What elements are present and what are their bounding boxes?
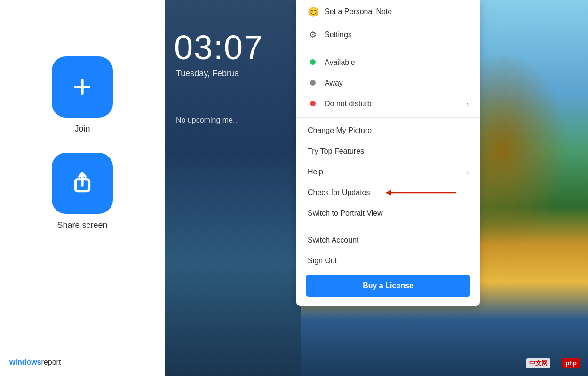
dnd-label: Do not disturb <box>325 100 466 108</box>
clock-time: 03:07 <box>174 28 263 67</box>
personal-note-label: Set a Personal Note <box>325 8 469 16</box>
menu-item-switch-account[interactable]: Switch Account <box>296 230 480 251</box>
menu-item-check-updates[interactable]: Check for Updates <box>296 182 480 203</box>
settings-icon: ⚙ <box>308 30 318 40</box>
share-button[interactable] <box>52 153 113 214</box>
away-icon <box>308 79 318 87</box>
menu-item-portrait-view[interactable]: Switch to Portrait View <box>296 203 480 224</box>
menu-item-top-features[interactable]: Try Top Features <box>296 141 480 162</box>
no-meetings-text: No upcoming me... <box>176 116 239 125</box>
menu-item-away[interactable]: Away <box>296 73 480 94</box>
away-label: Away <box>325 79 469 87</box>
join-button[interactable] <box>52 56 113 118</box>
switch-account-label: Switch Account <box>308 236 469 244</box>
divider-3 <box>296 227 480 227</box>
personal-note-icon: 😊 <box>308 6 318 17</box>
menu-item-personal-note[interactable]: 😊 Set a Personal Note <box>296 0 480 24</box>
share-wrapper: Share screen <box>52 153 113 230</box>
available-label: Available <box>325 58 469 67</box>
top-features-label: Try Top Features <box>308 147 469 156</box>
portrait-view-label: Switch to Portrait View <box>308 209 469 218</box>
dnd-chevron: › <box>466 100 469 108</box>
buy-license-button[interactable]: Buy a License <box>306 275 470 297</box>
help-chevron: › <box>466 168 469 176</box>
red-arrow-annotation <box>381 186 475 200</box>
left-panel: Join Share screen <box>0 0 165 376</box>
report-text: report <box>41 358 61 366</box>
divider-2 <box>296 117 480 118</box>
sign-out-label: Sign Out <box>308 257 469 265</box>
change-picture-label: Change My Picture <box>308 126 469 135</box>
menu-item-sign-out[interactable]: Sign Out <box>296 251 480 271</box>
menu-item-change-picture[interactable]: Change My Picture <box>296 120 480 141</box>
php-badge: php <box>562 358 580 368</box>
center-panel: 03:07 Tuesday, Februa No upcoming me... <box>165 0 301 376</box>
menu-item-dnd[interactable]: Do not disturb › <box>296 94 480 114</box>
settings-label: Settings <box>325 31 469 39</box>
dropdown-menu: 😊 Set a Personal Note ⚙ Settings Availab… <box>296 0 480 306</box>
dnd-icon <box>308 100 318 108</box>
join-wrapper: Join <box>52 56 113 134</box>
help-label: Help <box>308 168 466 176</box>
windows-text: windows <box>9 358 41 366</box>
available-icon <box>308 58 318 67</box>
divider-1 <box>296 49 480 49</box>
cn-badge: 中文网 <box>526 358 550 368</box>
menu-item-settings[interactable]: ⚙ Settings <box>296 24 480 46</box>
windows-report-logo: windowsreport <box>9 358 61 367</box>
menu-item-available[interactable]: Available <box>296 52 480 73</box>
menu-item-help[interactable]: Help › <box>296 162 480 182</box>
join-label: Join <box>74 124 90 134</box>
svg-marker-4 <box>386 190 391 196</box>
share-label: Share screen <box>57 220 107 230</box>
clock-date: Tuesday, Februa <box>176 69 239 78</box>
